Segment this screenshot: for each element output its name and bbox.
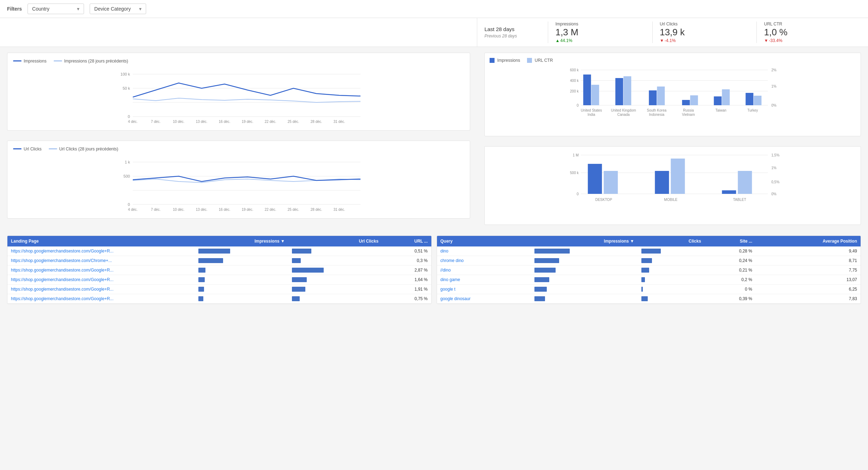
query-term[interactable]: dino game [437, 275, 531, 285]
avg-pos-value: 7,83 [756, 294, 861, 304]
filter-bar: Filters Country ▾ Device Category ▾ [0, 0, 868, 18]
svg-text:United Kingdom: United Kingdom [611, 108, 636, 112]
svg-text:1%: 1% [772, 84, 777, 88]
svg-rect-80 [671, 159, 685, 194]
col-url-clicks[interactable]: Url Clicks [288, 236, 382, 246]
svg-text:0: 0 [128, 202, 130, 207]
url-ctr-change: -33.4% [764, 38, 782, 43]
table-row: google dinosaur 0,39 % 7,83 [437, 294, 861, 304]
avg-pos-value: 7,75 [756, 266, 861, 275]
query-table-section: Query Impressions ▼ Clicks Site ... Aver… [437, 236, 861, 304]
q-impressions-bar-cell [531, 294, 638, 304]
landing-table: Landing Page Impressions ▼ Url Clicks UR… [7, 236, 431, 304]
landing-url[interactable]: https://shop.googlemerchandisestore.com/… [7, 275, 195, 285]
impressions-change: 44.1% [555, 38, 572, 43]
svg-text:28 déc.: 28 déc. [311, 120, 322, 124]
clicks-bar-cell [288, 256, 382, 266]
svg-text:0: 0 [577, 103, 579, 107]
impressions-metric: Impressions 1,3 M 44.1% [548, 22, 652, 43]
impressions-svg: 100 k 50 k 0 4 déc. 7 déc. 10 déc. 13 dé… [13, 67, 464, 124]
query-term[interactable]: google t [437, 285, 531, 294]
table-row: https://shop.googlemerchandisestore.com/… [7, 266, 431, 275]
table-row: https://shop.googlemerchandisestore.com/… [7, 246, 431, 256]
query-table-header: Query Impressions ▼ Clicks Site ... Aver… [437, 236, 861, 246]
col-url-ctr: URL ... [382, 236, 431, 246]
landing-url[interactable]: https://shop.googlemerchandisestore.com/… [7, 285, 195, 294]
q-impressions-bar-cell [531, 275, 638, 285]
q-impressions-bar-cell [531, 256, 638, 266]
impressions-bar-cell [195, 285, 288, 294]
query-term[interactable]: //dino [437, 266, 531, 275]
device-filter[interactable]: Device Category ▾ [90, 4, 146, 14]
svg-rect-49 [649, 90, 657, 105]
svg-text:600 k: 600 k [570, 68, 579, 72]
url-ctr-metric: URL CTR 1,0 % -33.4% [756, 22, 861, 43]
q-impressions-bar-cell [531, 246, 638, 256]
legend-clicks-prev: Url Clicks (28 jours précédents) [49, 147, 118, 151]
svg-text:19 déc.: 19 déc. [242, 208, 253, 212]
svg-text:Taiwan: Taiwan [716, 108, 726, 112]
svg-rect-53 [714, 96, 722, 105]
svg-text:4 déc.: 4 déc. [128, 120, 138, 124]
landing-url[interactable]: https://shop.googlemerchandisestore.com/… [7, 294, 195, 304]
svg-text:16 déc.: 16 déc. [219, 120, 231, 124]
svg-text:10 déc.: 10 déc. [173, 208, 185, 212]
svg-rect-52 [690, 95, 698, 105]
table-row: https://shop.googlemerchandisestore.com/… [7, 285, 431, 294]
query-term[interactable]: chrome dino [437, 256, 531, 266]
q-clicks-bar-cell [638, 256, 705, 266]
q-clicks-bar-cell [638, 294, 705, 304]
country-filter-arrow: ▾ [77, 6, 79, 12]
landing-url[interactable]: https://shop.googlemerchandisestore.com/… [7, 266, 195, 275]
svg-text:13 déc.: 13 déc. [196, 208, 208, 212]
avg-pos-value: 9,49 [756, 246, 861, 256]
svg-text:1,5%: 1,5% [772, 153, 780, 157]
col-site: Site ... [705, 236, 756, 246]
url-clicks-metric: Url Clicks 13,9 k -4.1% [652, 22, 757, 43]
site-value: 0,21 % [705, 266, 756, 275]
clicks-bar-cell [288, 275, 382, 285]
landing-url[interactable]: https://shop.googlemerchandisestore.com/… [7, 246, 195, 256]
url-ctr-label: URL CTR [764, 22, 782, 26]
svg-text:28 déc.: 28 déc. [311, 208, 322, 212]
svg-rect-51 [682, 100, 690, 105]
col-impressions[interactable]: Impressions ▼ [195, 236, 288, 246]
svg-rect-47 [616, 78, 623, 105]
site-value: 0,39 % [705, 294, 756, 304]
landing-url[interactable]: https://shop.googlemerchandisestore.com/… [7, 256, 195, 266]
clicks-svg: 1 k 500 0 4 déc. 7 déc. 10 déc. 13 déc. … [13, 155, 464, 212]
q-clicks-bar-cell [638, 275, 705, 285]
url-clicks-label: Url Clicks [660, 22, 678, 26]
col-clicks[interactable]: Clicks [638, 236, 705, 246]
svg-rect-77 [588, 164, 602, 194]
legend-clicks: Url Clicks [13, 147, 42, 151]
col-q-impressions[interactable]: Impressions ▼ [531, 236, 638, 246]
bottom-tables: Landing Page Impressions ▼ Url Clicks UR… [0, 236, 868, 313]
avg-pos-value: 6,25 [756, 285, 861, 294]
svg-text:0,5%: 0,5% [772, 180, 780, 184]
ctr-value: 0,3 % [382, 256, 431, 266]
summary-date-range: Last 28 days Previous 28 days [484, 26, 548, 38]
svg-text:0%: 0% [772, 192, 777, 196]
prev-date-range-label: Previous 28 days [484, 34, 548, 38]
q-clicks-bar-cell [638, 266, 705, 275]
impressions-bar-cell [195, 246, 288, 256]
svg-rect-54 [722, 89, 730, 105]
svg-text:10 déc.: 10 déc. [173, 120, 185, 124]
svg-text:Vietnam: Vietnam [682, 113, 695, 117]
impressions-value: 1,3 M [555, 27, 578, 37]
svg-text:16 déc.: 16 déc. [219, 208, 231, 212]
legend-clicks-prev-line [49, 148, 57, 149]
url-clicks-change: -4.1% [660, 38, 676, 43]
svg-text:22 déc.: 22 déc. [265, 120, 276, 124]
country-filter[interactable]: Country ▾ [28, 4, 84, 14]
query-term[interactable]: dino [437, 246, 531, 256]
svg-text:2%: 2% [772, 68, 777, 72]
col-query: Query [437, 236, 531, 246]
impressions-chart: Impressions Impressions (28 jours précéd… [7, 53, 470, 131]
query-term[interactable]: google dinosaur [437, 294, 531, 304]
legend-impressions-box: Impressions [490, 58, 520, 63]
svg-text:Turkey: Turkey [748, 108, 758, 112]
ctr-value: 0,51 % [382, 246, 431, 256]
q-clicks-bar-cell [638, 285, 705, 294]
